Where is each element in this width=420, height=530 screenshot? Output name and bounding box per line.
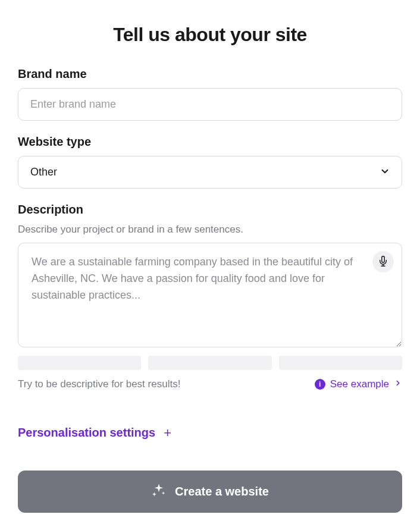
plus-icon: + — [164, 426, 171, 440]
see-example-label: See example — [330, 378, 389, 390]
suggestion-chips — [18, 356, 402, 370]
chevron-right-icon — [394, 378, 402, 390]
website-type-label: Website type — [18, 135, 402, 149]
description-textarea[interactable] — [18, 243, 402, 347]
see-example-link[interactable]: i See example — [315, 378, 402, 390]
personalisation-settings-toggle[interactable]: Personalisation settings + — [18, 426, 171, 440]
info-icon: i — [315, 379, 325, 390]
description-sublabel: Describe your project or brand in a few … — [18, 224, 402, 236]
website-type-select[interactable]: Other — [18, 156, 402, 189]
brand-name-group: Brand name — [18, 67, 402, 121]
website-type-group: Website type Other — [18, 135, 402, 189]
suggestion-chip[interactable] — [279, 356, 402, 370]
suggestion-chip[interactable] — [148, 356, 271, 370]
suggestion-chip[interactable] — [18, 356, 141, 370]
sparkle-icon — [151, 482, 167, 501]
description-group: Description Describe your project or bra… — [18, 203, 402, 390]
voice-input-button[interactable] — [372, 251, 394, 272]
personalisation-label: Personalisation settings — [18, 426, 155, 440]
description-label: Description — [18, 203, 402, 217]
create-website-button[interactable]: Create a website — [18, 471, 402, 513]
description-hint: Try to be descriptive for best results! — [18, 378, 180, 390]
microphone-icon — [378, 256, 388, 268]
create-website-label: Create a website — [175, 485, 269, 498]
brand-name-label: Brand name — [18, 67, 402, 81]
brand-name-input[interactable] — [18, 88, 402, 121]
page-title: Tell us about your site — [18, 24, 402, 46]
